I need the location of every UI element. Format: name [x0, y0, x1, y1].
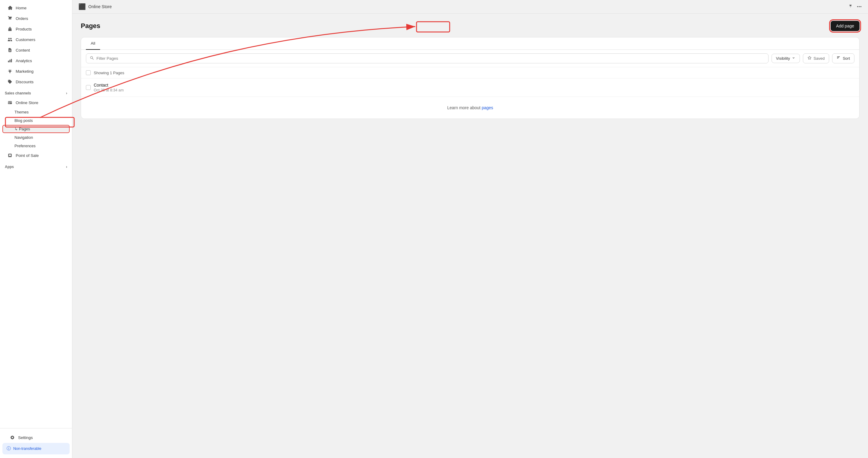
pages-link[interactable]: pages [482, 105, 493, 110]
page-title: Pages [81, 22, 100, 30]
online-store-label: Online Store [16, 101, 38, 105]
sidebar-sub-item-blog-posts[interactable]: Blog posts [2, 116, 70, 124]
chevron-down-icon [792, 56, 795, 61]
pages-label: Pages [19, 127, 30, 131]
add-page-button[interactable]: Add page [831, 21, 860, 31]
sidebar-item-label: Customers [16, 37, 35, 42]
sidebar-footer: Settings ⓘ Non-transferable [0, 428, 72, 458]
themes-label: Themes [14, 110, 29, 114]
blog-posts-label: Blog posts [14, 118, 33, 123]
chevron-right-icon: › [66, 165, 67, 169]
sidebar-item-label: Orders [16, 16, 28, 21]
non-transferable-label: Non-transferable [13, 447, 41, 451]
settings-icon [10, 435, 15, 440]
sidebar-item-label: Marketing [16, 69, 33, 74]
preferences-label: Preferences [14, 144, 36, 148]
non-transferable-badge[interactable]: ⓘ Non-transferable [2, 443, 70, 454]
search-box [86, 53, 769, 63]
online-store-icon [7, 100, 13, 105]
sidebar-item-label: Discounts [16, 80, 33, 84]
sidebar-item-pos[interactable]: Point of Sale [2, 150, 70, 161]
pos-label: Point of Sale [16, 153, 39, 158]
sidebar-item-marketing[interactable]: Marketing [2, 66, 70, 76]
chevron-right-icon: › [66, 91, 67, 95]
sales-channels-section[interactable]: Sales channels › [0, 89, 72, 97]
info-icon: ⓘ [7, 446, 11, 451]
sidebar-item-analytics[interactable]: Analytics [2, 56, 70, 66]
list-header: Showing 1 Pages [81, 67, 859, 79]
row-content: Contact Oct 26 at 8:34 am [94, 83, 855, 92]
orders-icon [7, 16, 13, 21]
row-checkbox[interactable] [86, 85, 91, 90]
settings-label: Settings [18, 435, 33, 440]
analytics-icon [7, 58, 13, 63]
sidebar-item-label: Analytics [16, 59, 32, 63]
table-row[interactable]: Contact Oct 26 at 8:34 am [81, 79, 859, 97]
products-icon [7, 26, 13, 32]
topbar-right [848, 4, 862, 9]
discounts-icon [7, 79, 13, 84]
sidebar-item-online-store[interactable]: Online Store [2, 97, 70, 108]
sidebar-item-label: Content [16, 48, 30, 53]
pin-button[interactable] [848, 4, 853, 9]
visibility-button[interactable]: Visibility [772, 54, 800, 63]
sort-icon [837, 56, 841, 61]
sidebar-item-products[interactable]: Products [2, 24, 70, 34]
customers-icon [7, 37, 13, 42]
sidebar-item-customers[interactable]: Customers [2, 34, 70, 45]
select-all-checkbox[interactable] [86, 70, 91, 75]
star-icon [807, 56, 812, 61]
sidebar-nav: Home Orders Products Customers Content [0, 0, 72, 428]
pages-card: All Visibility [81, 37, 860, 119]
sidebar-sub-item-pages[interactable]: ↳ Pages [2, 125, 70, 133]
sidebar-item-label: Home [16, 6, 27, 10]
topbar-left: ⬛ Online Store [79, 3, 112, 10]
pos-icon [7, 153, 13, 158]
apps-section[interactable]: Apps › [0, 163, 72, 171]
sidebar-sub-item-themes[interactable]: Themes [2, 108, 70, 116]
sidebar-item-content[interactable]: Content [2, 45, 70, 55]
saved-button[interactable]: Saved [803, 53, 829, 63]
page-header: Pages Add page [81, 21, 860, 31]
learn-more-section: Learn more about pages [81, 97, 859, 119]
content-area: Pages Add page All Visibility [72, 13, 868, 458]
tabs-bar: All [81, 37, 859, 50]
filter-pages-input[interactable] [96, 56, 765, 61]
brand-icon: ⬛ [79, 3, 86, 10]
sidebar-sub-item-preferences[interactable]: Preferences [2, 142, 70, 150]
sidebar-item-label: Products [16, 27, 32, 31]
topbar: ⬛ Online Store [72, 0, 868, 13]
sidebar-sub-item-navigation[interactable]: Navigation [2, 133, 70, 142]
toolbar: Visibility Saved Sort [81, 50, 859, 67]
home-icon [7, 5, 13, 10]
main-content: ⬛ Online Store Pages Add page All [72, 0, 868, 458]
tab-all[interactable]: All [86, 37, 100, 50]
more-button[interactable] [857, 4, 862, 9]
topbar-title: Online Store [88, 4, 112, 9]
sidebar-item-discounts[interactable]: Discounts [2, 77, 70, 87]
marketing-icon [7, 68, 13, 74]
content-icon [7, 47, 13, 53]
learn-more-text: Learn more about [447, 105, 482, 110]
sidebar-item-settings[interactable]: Settings [5, 432, 67, 442]
sort-button[interactable]: Sort [832, 53, 855, 63]
row-subtitle: Oct 26 at 8:34 am [94, 88, 855, 92]
row-title: Contact [94, 83, 855, 87]
search-icon [90, 56, 94, 61]
list-header-text: Showing 1 Pages [94, 70, 124, 75]
sidebar-item-home[interactable]: Home [2, 3, 70, 13]
sidebar-item-orders[interactable]: Orders [2, 13, 70, 24]
navigation-label: Navigation [14, 135, 33, 140]
sidebar: Home Orders Products Customers Content [0, 0, 72, 458]
